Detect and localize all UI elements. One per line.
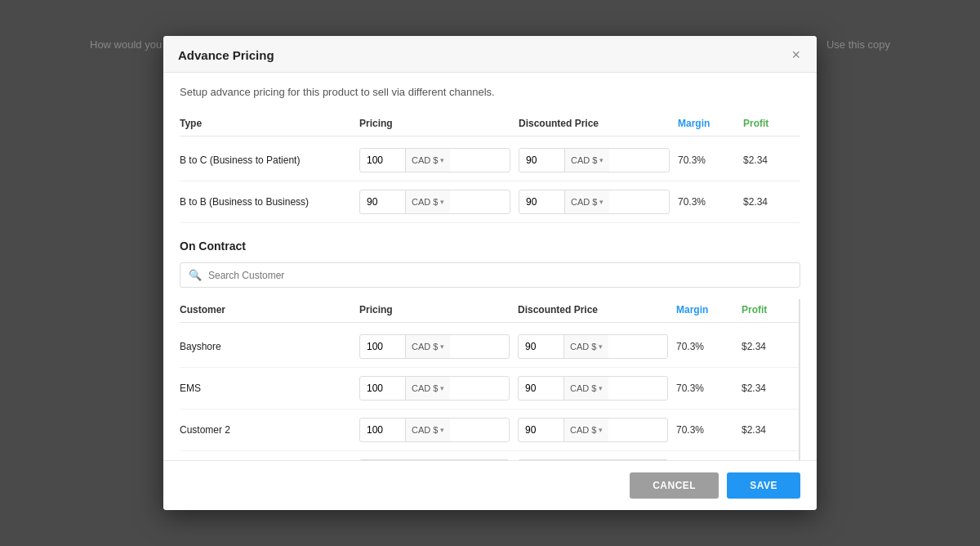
modal-overlay: Advance Pricing × Setup advance pricing … (0, 0, 980, 546)
pricing-input[interactable] (360, 151, 405, 169)
pricing-currency-label: CAD $ (412, 383, 438, 393)
discounted-input-group[interactable]: CAD $ ▾ (519, 148, 670, 172)
profit-value: $2.34 (742, 341, 799, 352)
row-type: B to C (Business to Patient) (180, 154, 359, 166)
pricing-input-group[interactable]: CAD $ ▾ (359, 190, 510, 214)
margin-value: 70.3% (676, 424, 742, 436)
pricing-currency-label: CAD $ (412, 425, 438, 435)
chevron-down-icon: ▾ (440, 198, 444, 206)
th-customer: Customer (180, 304, 359, 316)
contract-table: Customer Pricing Discounted Price Margin… (180, 299, 800, 460)
th-type: Type (180, 118, 359, 129)
discounted-currency-label: CAD $ (571, 197, 597, 207)
discounted-currency-badge[interactable]: CAD $ ▾ (564, 335, 608, 358)
pricing-currency-label: CAD $ (412, 197, 438, 207)
discounted-input[interactable] (519, 379, 564, 397)
modal-title: Advance Pricing (178, 48, 274, 62)
table-row: EMS CAD $ ▾ CAD $ ▾ (180, 368, 799, 410)
chevron-down-icon: ▾ (599, 384, 603, 392)
on-contract-section: On Contract 🔍 Customer Pricing Discounte… (180, 239, 800, 460)
discounted-currency-label: CAD $ (571, 155, 597, 165)
chevron-down-icon: ▾ (440, 426, 444, 434)
discounted-input[interactable] (519, 338, 564, 356)
pricing-currency-badge[interactable]: CAD $ ▾ (405, 418, 450, 441)
table-row: B to C (Business to Patient) CAD $ ▾ CAD… (180, 140, 800, 181)
pricing-input-group[interactable]: CAD $ ▾ (359, 148, 510, 172)
chevron-down-icon: ▾ (599, 156, 604, 164)
pricing-currency-badge[interactable]: CAD $ ▾ (405, 335, 450, 358)
chevron-down-icon: ▾ (599, 426, 603, 434)
pricing-currency-label: CAD $ (412, 155, 438, 165)
margin-value: 70.3% (678, 154, 743, 166)
discounted-currency-badge[interactable]: CAD $ ▾ (564, 377, 608, 400)
discounted-input-group[interactable]: CAD $ ▾ (518, 334, 668, 359)
search-input[interactable] (208, 270, 791, 281)
th-margin: Margin (678, 118, 743, 129)
discounted-input[interactable] (519, 421, 564, 439)
cancel-button[interactable]: CANCEL (630, 472, 719, 499)
th-pricing: Pricing (359, 118, 519, 129)
row-type: B to B (Business to Business) (180, 196, 359, 208)
search-bar[interactable]: 🔍 (180, 262, 800, 288)
chevron-down-icon: ▾ (599, 198, 604, 206)
discounted-input[interactable] (519, 193, 564, 211)
table-row: Customer 2 CAD $ ▾ CAD $ (180, 410, 799, 451)
discounted-currency-badge[interactable]: CAD $ ▾ (564, 418, 608, 441)
discounted-currency-label: CAD $ (570, 342, 596, 351)
pricing-input[interactable] (360, 379, 405, 397)
customer-name: EMS (180, 383, 359, 394)
modal-subtitle: Setup advance pricing for this product t… (180, 86, 800, 98)
pricing-currency-label: CAD $ (412, 342, 438, 351)
table-row: Bayshore CAD $ ▾ CAD $ (180, 326, 799, 368)
advance-pricing-modal: Advance Pricing × Setup advance pricing … (163, 36, 817, 510)
th-profit: Profit (742, 304, 799, 316)
contract-table-header: Customer Pricing Discounted Price Margin… (180, 299, 799, 323)
th-discounted: Discounted Price (518, 304, 676, 316)
margin-value: 70.3% (678, 196, 743, 208)
chevron-down-icon: ▾ (440, 156, 444, 164)
search-icon: 🔍 (189, 269, 202, 281)
discounted-input-group[interactable]: CAD $ ▾ (518, 376, 668, 401)
th-pricing: Pricing (359, 304, 518, 316)
table-row: Customer 3 CAD $ ▾ CAD $ (180, 451, 799, 460)
profit-value: $2.34 (743, 196, 800, 208)
pricing-table: Type Pricing Discounted Price Margin Pro… (180, 113, 800, 223)
discounted-input-group[interactable]: CAD $ ▾ (518, 418, 668, 442)
pricing-input[interactable] (360, 338, 405, 356)
discounted-currency-label: CAD $ (570, 383, 596, 393)
profit-value: $2.34 (743, 154, 800, 166)
profit-value: $2.34 (742, 383, 799, 394)
pricing-table-header: Type Pricing Discounted Price Margin Pro… (180, 113, 800, 136)
pricing-input-group[interactable]: CAD $ ▾ (359, 418, 510, 442)
pricing-input[interactable] (360, 193, 405, 211)
chevron-down-icon: ▾ (599, 342, 603, 351)
pricing-input-group[interactable]: CAD $ ▾ (359, 376, 510, 401)
pricing-input[interactable] (360, 421, 405, 439)
customer-name: Bayshore (180, 341, 359, 352)
discounted-currency-badge[interactable]: CAD $ ▾ (564, 190, 609, 213)
th-profit: Profit (743, 118, 800, 129)
discounted-input-group[interactable]: CAD $ ▾ (519, 190, 670, 214)
modal-header: Advance Pricing × (163, 36, 817, 73)
on-contract-title: On Contract (180, 239, 800, 253)
modal-body: Setup advance pricing for this product t… (163, 73, 817, 460)
pricing-currency-badge[interactable]: CAD $ ▾ (405, 377, 450, 400)
chevron-down-icon: ▾ (440, 342, 444, 351)
margin-value: 70.3% (676, 383, 742, 394)
customer-name: Customer 2 (180, 424, 359, 436)
margin-value: 70.3% (676, 341, 742, 352)
table-row: B to B (Business to Business) CAD $ ▾ CA… (180, 181, 800, 223)
pricing-currency-badge[interactable]: CAD $ ▾ (405, 190, 450, 213)
th-discounted: Discounted Price (519, 118, 678, 129)
th-margin: Margin (676, 304, 742, 316)
chevron-down-icon: ▾ (440, 384, 444, 392)
save-button[interactable]: SAVE (727, 472, 800, 499)
profit-value: $2.34 (742, 424, 799, 436)
discounted-currency-label: CAD $ (570, 425, 596, 435)
close-button[interactable]: × (790, 47, 802, 62)
discounted-input[interactable] (519, 151, 564, 169)
pricing-currency-badge[interactable]: CAD $ ▾ (405, 149, 450, 172)
pricing-input-group[interactable]: CAD $ ▾ (359, 334, 510, 359)
discounted-currency-badge[interactable]: CAD $ ▾ (564, 149, 609, 172)
modal-footer: CANCEL SAVE (163, 460, 817, 510)
